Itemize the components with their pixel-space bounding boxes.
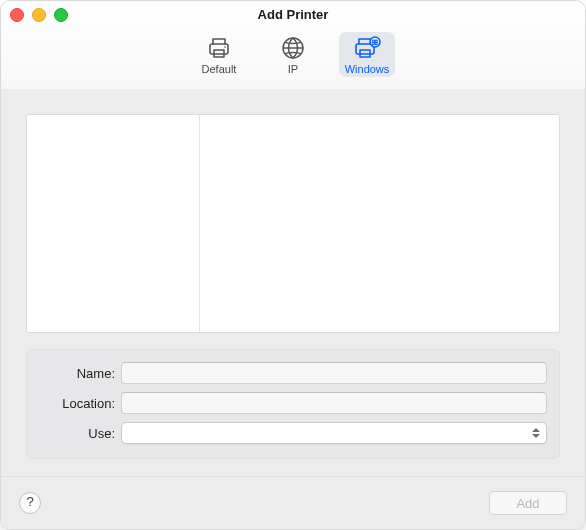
- location-label: Location:: [39, 396, 121, 411]
- location-field[interactable]: [121, 392, 547, 414]
- close-icon[interactable]: [10, 8, 24, 22]
- tab-windows-label: Windows: [345, 63, 390, 75]
- globe-icon: [281, 35, 305, 61]
- titlebar: Add Printer: [1, 1, 585, 28]
- tab-default[interactable]: Default: [191, 32, 247, 77]
- window-controls: [10, 8, 68, 22]
- smb-browser: [26, 114, 560, 333]
- name-label: Name:: [39, 366, 121, 381]
- help-button[interactable]: ?: [19, 492, 41, 514]
- svg-rect-0: [210, 44, 228, 54]
- minimize-icon[interactable]: [32, 8, 46, 22]
- use-select[interactable]: [121, 422, 547, 444]
- svg-point-2: [224, 46, 226, 48]
- windows-printer-icon: [353, 35, 381, 61]
- share-column[interactable]: [200, 115, 559, 332]
- tab-windows[interactable]: Windows: [339, 32, 395, 77]
- footer: ? Add: [1, 476, 585, 529]
- printer-form: Name: Location: Use:: [26, 349, 560, 459]
- printer-icon: [206, 35, 232, 61]
- name-field[interactable]: [121, 362, 547, 384]
- updown-icon: [530, 428, 542, 438]
- tab-default-label: Default: [202, 63, 237, 75]
- add-button[interactable]: Add: [489, 491, 567, 515]
- window-title: Add Printer: [258, 7, 329, 22]
- use-label: Use:: [39, 426, 121, 441]
- tab-ip[interactable]: IP: [265, 32, 321, 77]
- zoom-icon[interactable]: [54, 8, 68, 22]
- server-column[interactable]: [27, 115, 200, 332]
- tab-ip-label: IP: [288, 63, 298, 75]
- add-printer-window: Add Printer Default: [0, 0, 586, 530]
- toolbar: Default IP: [1, 28, 585, 93]
- content-area: Name: Location: Use: ? Add: [1, 89, 585, 529]
